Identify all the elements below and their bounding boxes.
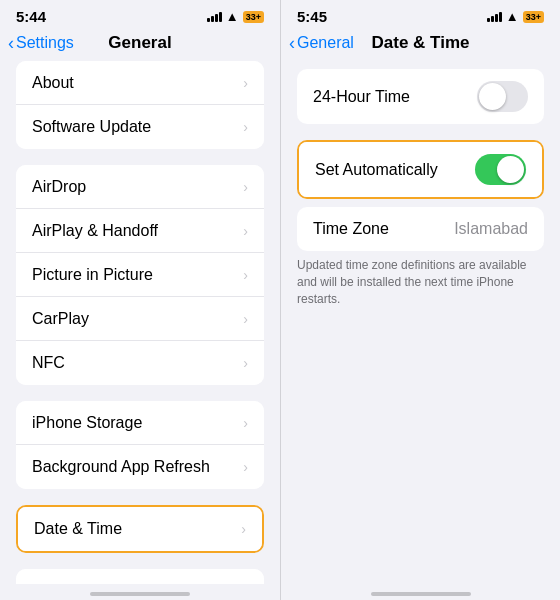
list-item-picture-in-picture-label: Picture in Picture	[32, 266, 153, 284]
left-section-3: iPhone Storage › Background App Refresh …	[0, 401, 280, 489]
right-nav-title: Date & Time	[372, 33, 470, 53]
right-battery-badge: 33+	[523, 11, 544, 23]
list-item-airplay-handoff[interactable]: AirPlay & Handoff ›	[16, 209, 264, 253]
list-item-about-chevron-icon: ›	[243, 75, 248, 91]
right-row-set-automatically: Set Automatically	[299, 142, 542, 197]
left-nav-bar: ‹ Settings General	[0, 29, 280, 61]
list-item-about[interactable]: About ›	[16, 61, 264, 105]
right-status-bar: 5:45 ▲ 33+	[281, 0, 560, 29]
list-item-date-time[interactable]: Date & Time ›	[18, 507, 262, 551]
right-nav-bar: ‹ General Date & Time	[281, 29, 560, 61]
list-item-nfc-chevron-icon: ›	[243, 355, 248, 371]
list-item-keyboard[interactable]: Keyboard ›	[16, 569, 264, 584]
list-item-carplay-chevron-icon: ›	[243, 311, 248, 327]
left-group-2: AirDrop › AirPlay & Handoff › Picture in…	[16, 165, 264, 385]
list-item-airplay-handoff-chevron-icon: ›	[243, 223, 248, 239]
left-time: 5:44	[16, 8, 46, 25]
right-home-bar	[371, 592, 471, 596]
battery-badge: 33+	[243, 11, 264, 23]
left-back-button[interactable]: ‹ Settings	[8, 34, 74, 52]
list-item-background-app-refresh-label: Background App Refresh	[32, 458, 210, 476]
right-timezone-label: Time Zone	[313, 220, 389, 238]
right-back-label: General	[297, 34, 354, 52]
right-panel: 5:45 ▲ 33+ ‹ General Date & Time 24-Hour…	[280, 0, 560, 600]
right-signal-icon	[487, 12, 502, 22]
right-set-auto-toggle[interactable]	[475, 154, 526, 185]
list-item-airdrop[interactable]: AirDrop ›	[16, 165, 264, 209]
right-time: 5:45	[297, 8, 327, 25]
right-hint-text: Updated time zone definitions are availa…	[281, 251, 560, 307]
right-timezone-value: Islamabad	[454, 220, 528, 238]
right-set-auto-label: Set Automatically	[315, 161, 438, 179]
left-section-4: Date & Time ›	[0, 505, 280, 553]
left-status-bar: 5:44 ▲ 33+	[0, 0, 280, 29]
list-item-software-update[interactable]: Software Update ›	[16, 105, 264, 149]
right-24hour-label: 24-Hour Time	[313, 88, 410, 106]
list-item-airdrop-label: AirDrop	[32, 178, 86, 196]
left-panel: 5:44 ▲ 33+ ‹ Settings General About	[0, 0, 280, 600]
right-back-button[interactable]: ‹ General	[289, 34, 354, 52]
list-item-date-time-label: Date & Time	[34, 520, 122, 538]
list-item-picture-in-picture-chevron-icon: ›	[243, 267, 248, 283]
left-back-label: Settings	[16, 34, 74, 52]
list-item-carplay-label: CarPlay	[32, 310, 89, 328]
list-item-date-time-chevron-icon: ›	[241, 521, 246, 537]
left-status-icons: ▲ 33+	[207, 9, 264, 24]
right-24hour-toggle[interactable]	[477, 81, 528, 112]
list-item-iphone-storage-label: iPhone Storage	[32, 414, 142, 432]
left-nav-title: General	[108, 33, 171, 53]
right-row-24hour-time: 24-Hour Time	[297, 69, 544, 124]
left-home-bar	[90, 592, 190, 596]
list-item-airplay-handoff-label: AirPlay & Handoff	[32, 222, 158, 240]
right-group-24hour: 24-Hour Time	[297, 69, 544, 124]
list-item-background-app-refresh-chevron-icon: ›	[243, 459, 248, 475]
list-item-background-app-refresh[interactable]: Background App Refresh ›	[16, 445, 264, 489]
list-item-software-update-label: Software Update	[32, 118, 151, 136]
left-section-5: Keyboard › Fonts › Language & Region › D…	[0, 569, 280, 584]
right-back-chevron-icon: ‹	[289, 34, 295, 52]
left-group-3: iPhone Storage › Background App Refresh …	[16, 401, 264, 489]
right-wifi-icon: ▲	[506, 9, 519, 24]
left-back-chevron-icon: ‹	[8, 34, 14, 52]
list-item-software-update-chevron-icon: ›	[243, 119, 248, 135]
right-scroll-area: 24-Hour Time Set Automatically Time Zone…	[281, 61, 560, 584]
list-item-about-label: About	[32, 74, 74, 92]
right-home-indicator	[281, 584, 560, 600]
list-item-nfc-label: NFC	[32, 354, 65, 372]
left-home-indicator	[0, 584, 280, 600]
list-item-picture-in-picture[interactable]: Picture in Picture ›	[16, 253, 264, 297]
left-group-1: About › Software Update ›	[16, 61, 264, 149]
signal-icon	[207, 12, 222, 22]
left-section-1: About › Software Update ›	[0, 61, 280, 149]
left-group-5: Keyboard › Fonts › Language & Region › D…	[16, 569, 264, 584]
list-item-iphone-storage-chevron-icon: ›	[243, 415, 248, 431]
list-item-iphone-storage[interactable]: iPhone Storage ›	[16, 401, 264, 445]
list-item-carplay[interactable]: CarPlay ›	[16, 297, 264, 341]
right-status-icons: ▲ 33+	[487, 9, 544, 24]
left-date-time-highlighted: Date & Time ›	[16, 505, 264, 553]
right-set-auto-highlighted: Set Automatically	[297, 140, 544, 199]
wifi-icon: ▲	[226, 9, 239, 24]
list-item-nfc[interactable]: NFC ›	[16, 341, 264, 385]
left-section-2: AirDrop › AirPlay & Handoff › Picture in…	[0, 165, 280, 385]
left-scroll-area: About › Software Update › AirDrop › AirP…	[0, 61, 280, 584]
list-item-airdrop-chevron-icon: ›	[243, 179, 248, 195]
right-row-timezone[interactable]: Time Zone Islamabad	[297, 207, 544, 251]
right-group-timezone: Time Zone Islamabad	[297, 207, 544, 251]
